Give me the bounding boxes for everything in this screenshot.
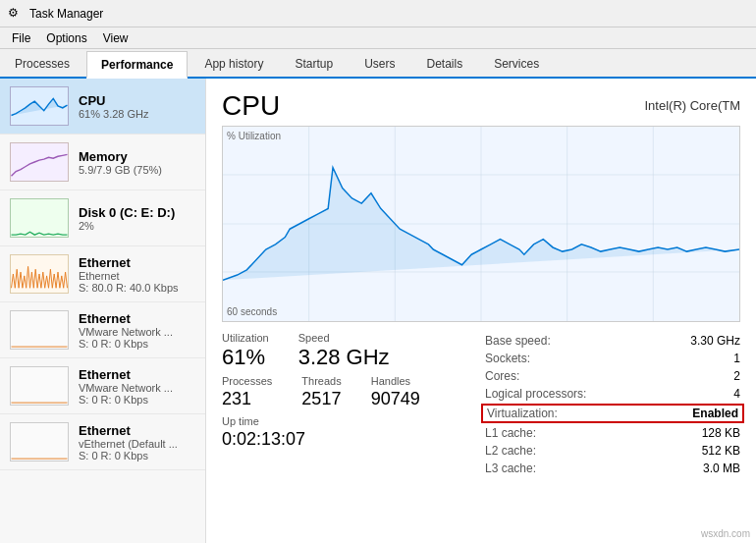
sidebar-eth2-sub1: VMware Network ... (79, 326, 195, 338)
cpu-chart: % Utilization 60 seconds (222, 126, 740, 322)
stat-threads: Threads 2517 (301, 375, 341, 409)
sidebar-eth1-sub2: S: 80.0 R: 40.0 Kbps (79, 282, 195, 294)
sidebar: CPU 61% 3.28 GHz Memory 5.9/7.9 GB (75%) (0, 79, 206, 543)
sidebar-eth3-title: Ethernet (79, 367, 195, 382)
tab-app-history[interactable]: App history (189, 49, 278, 77)
basespeed-key: Base speed: (485, 334, 551, 348)
cores-val: 2 (733, 369, 740, 383)
sidebar-cpu-subtitle: 61% 3.28 GHz (79, 108, 195, 120)
tab-startup[interactable]: Startup (280, 49, 348, 77)
info-cores: Cores: 2 (485, 367, 740, 385)
l1-key: L1 cache: (485, 426, 536, 440)
info-sockets: Sockets: 1 (485, 350, 740, 367)
basespeed-val: 3.30 GHz (690, 334, 740, 348)
processes-label: Processes (222, 375, 272, 387)
stats-row-1: Utilization 61% Speed 3.28 GHz (222, 332, 475, 369)
tab-performance[interactable]: Performance (86, 51, 188, 79)
app-icon: ⚙ (8, 6, 24, 22)
sidebar-eth1-title: Ethernet (79, 255, 195, 270)
chart-y-label: % Utilization (227, 131, 281, 141)
info-logical: Logical processors: 4 (485, 385, 740, 403)
sidebar-item-eth4[interactable]: Ethernet vEthernet (Default ... S: 0 R: … (0, 414, 205, 470)
sidebar-memory-graph (10, 142, 69, 182)
stats-row-2: Processes 231 Threads 2517 Handles 90749 (222, 375, 475, 409)
info-l2: L2 cache: 512 KB (485, 442, 740, 460)
sidebar-disk-graph (10, 198, 69, 238)
stat-utilization: Utilization 61% (222, 332, 269, 369)
uptime-value: 0:02:13:07 (222, 429, 475, 450)
menu-bar: File Options View (0, 27, 756, 49)
sidebar-eth2-graph (10, 310, 69, 350)
menu-file[interactable]: File (4, 29, 38, 47)
tab-details[interactable]: Details (411, 49, 477, 77)
stats-info-section: Utilization 61% Speed 3.28 GHz Processes… (222, 332, 740, 477)
processes-value: 231 (222, 389, 272, 409)
sidebar-eth4-sub2: S: 0 R: 0 Kbps (79, 450, 195, 462)
info-l3: L3 cache: 3.0 MB (485, 460, 740, 477)
sidebar-item-disk[interactable]: Disk 0 (C: E: D:) 2% (0, 190, 205, 246)
sidebar-eth4-title: Ethernet (79, 423, 195, 438)
info-l1: L1 cache: 128 KB (485, 424, 740, 442)
tab-services[interactable]: Services (479, 49, 554, 77)
threads-label: Threads (301, 375, 341, 387)
stat-processes: Processes 231 (222, 375, 272, 409)
utilization-label: Utilization (222, 332, 269, 344)
main-content: CPU 61% 3.28 GHz Memory 5.9/7.9 GB (75%) (0, 79, 756, 543)
menu-options[interactable]: Options (38, 29, 94, 47)
menu-view[interactable]: View (95, 29, 136, 47)
sidebar-memory-subtitle: 5.9/7.9 GB (75%) (79, 164, 195, 176)
sidebar-eth3-sub1: VMware Network ... (79, 382, 195, 394)
threads-value: 2517 (301, 389, 341, 409)
panel-title: CPU (222, 90, 280, 122)
info-virtualization: Virtualization: Enabled (481, 404, 744, 423)
utilization-value: 61% (222, 346, 269, 369)
cores-key: Cores: (485, 369, 519, 383)
tab-bar: Processes Performance App history Startu… (0, 49, 756, 79)
watermark: wsxdn.com (701, 528, 750, 539)
sidebar-eth2-sub2: S: 0 R: 0 Kbps (79, 338, 195, 350)
sidebar-eth3-graph (10, 366, 69, 406)
l1-val: 128 KB (702, 426, 740, 440)
sidebar-item-memory[interactable]: Memory 5.9/7.9 GB (75%) (0, 135, 205, 190)
tab-users[interactable]: Users (350, 49, 409, 77)
stat-handles: Handles 90749 (371, 375, 420, 409)
stat-speed: Speed 3.28 GHz (298, 332, 390, 369)
speed-label: Speed (298, 332, 390, 344)
sidebar-eth1-graph (10, 254, 69, 294)
l3-val: 3.0 MB (703, 462, 740, 475)
sidebar-eth1-sub1: Ethernet (79, 270, 195, 282)
title-bar: ⚙ Task Manager (0, 0, 756, 27)
app-title: Task Manager (29, 7, 103, 21)
chart-x-label: 60 seconds (227, 306, 277, 317)
logical-val: 4 (733, 387, 740, 401)
l3-key: L3 cache: (485, 462, 536, 475)
sockets-val: 1 (733, 352, 740, 365)
logical-key: Logical processors: (485, 387, 586, 401)
sidebar-eth2-title: Ethernet (79, 311, 195, 326)
handles-value: 90749 (371, 389, 420, 409)
sockets-key: Sockets: (485, 352, 530, 365)
right-panel: CPU Intel(R) Core(TM % Utilization 60 se… (206, 79, 756, 543)
sidebar-disk-title: Disk 0 (C: E: D:) (79, 205, 195, 220)
sidebar-cpu-title: CPU (79, 93, 195, 108)
speed-value: 3.28 GHz (298, 346, 390, 369)
sidebar-item-eth2[interactable]: Ethernet VMware Network ... S: 0 R: 0 Kb… (0, 302, 205, 358)
info-table: Base speed: 3.30 GHz Sockets: 1 Cores: 2… (485, 332, 740, 477)
cpu-chart-svg (223, 127, 739, 321)
sidebar-eth4-graph (10, 422, 69, 462)
uptime-label: Up time (222, 415, 475, 427)
handles-label: Handles (371, 375, 420, 387)
info-basespeed: Base speed: 3.30 GHz (485, 332, 740, 350)
uptime-section: Up time 0:02:13:07 (222, 415, 475, 450)
sidebar-item-eth1[interactable]: Ethernet Ethernet S: 80.0 R: 40.0 Kbps (0, 246, 205, 302)
sidebar-item-eth3[interactable]: Ethernet VMware Network ... S: 0 R: 0 Kb… (0, 358, 205, 414)
sidebar-eth3-sub2: S: 0 R: 0 Kbps (79, 394, 195, 406)
sidebar-cpu-graph (10, 86, 69, 126)
sidebar-memory-title: Memory (79, 149, 195, 164)
processor-name: Intel(R) Core(TM (644, 98, 740, 113)
tab-processes[interactable]: Processes (0, 49, 84, 77)
stats-left: Utilization 61% Speed 3.28 GHz Processes… (222, 332, 475, 477)
panel-header: CPU Intel(R) Core(TM (222, 90, 740, 122)
sidebar-item-cpu[interactable]: CPU 61% 3.28 GHz (0, 79, 205, 135)
l2-val: 512 KB (702, 444, 740, 458)
